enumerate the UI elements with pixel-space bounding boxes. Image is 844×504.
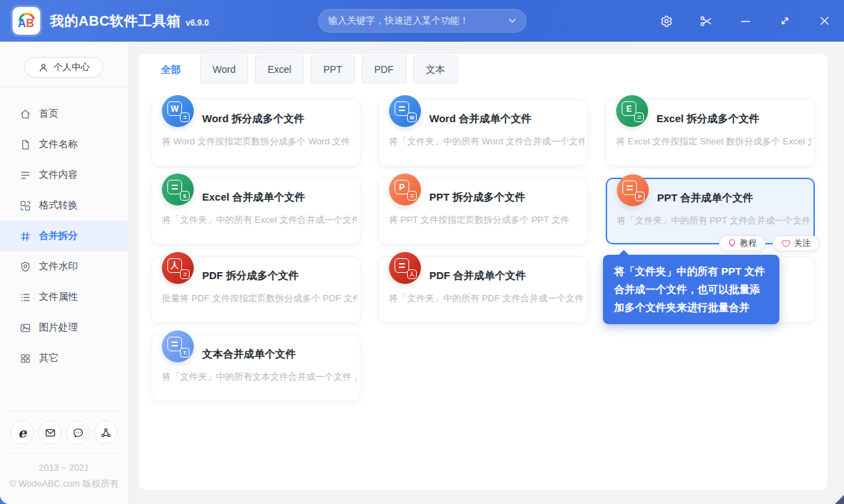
svg-text:A: A [18,17,26,29]
tool-card-title: PPT 合并成单个文件 [657,192,753,205]
heart-icon [781,240,791,248]
tab-pdf[interactable]: PDF [362,56,406,83]
tool-card-pdf-merge[interactable]: 人 PDF 合并成单个文件 将「文件夹」中的所有 PDF 文件合并成一个文件，也 [379,256,588,323]
tab-ppt[interactable]: PPT [311,56,354,83]
tool-card-ppt-split[interactable]: P PPT 拆分成多个文件 将 PPT 文件按指定页数拆分成多个 PPT 文件 [379,178,588,244]
category-tabs: 全部 Word Excel PPT PDF 文本 [139,54,827,83]
tab-word[interactable]: Word [200,56,248,83]
sidebar-item-label: 文件名称 [39,138,78,151]
tool-card-title: Word 拆分成多个文件 [202,112,304,126]
sidebar-item-label: 图片处理 [39,321,78,334]
tool-card-desc: 将 Word 文件按指定页数拆分成多个 Word 文件 [162,135,357,148]
main-area: 全部 Word Excel PPT PDF 文本 W Word 拆分成多个文件 [129,42,844,504]
search-input[interactable]: 输入关键字，快速进入某个功能！ [318,9,527,33]
title-bar: A B 我的ABC软件工具箱 v6.9.0 输入关键字，快速进入某个功能！ [0,0,844,42]
scissors-icon[interactable] [699,14,713,28]
tutorial-label: 教程 [740,237,756,249]
divider [8,411,119,412]
community-links: e [0,421,128,444]
profile-button[interactable]: 个人中心 [24,57,104,78]
word-merge-icon: W [389,95,421,127]
tool-card-excel-split[interactable]: E Excel 拆分成多个文件 将 Excel 文件按指定 Sheet 数拆分成… [606,99,815,166]
home-icon [19,108,31,120]
tool-card-desc: 将 Excel 文件按指定 Sheet 数拆分成多个 Excel 文件 [616,135,811,148]
tool-card-desc: 批量将 PDF 文件按指定页数拆分成多个 PDF 文件 [162,292,357,305]
share-icon[interactable] [94,421,117,444]
follow-label: 关注 [794,237,811,249]
divider [8,453,119,454]
tab-text[interactable]: 文本 [413,56,458,83]
tool-card-title: PDF 拆分成多个文件 [202,269,299,283]
chat-icon[interactable] [66,421,90,444]
person-icon [38,62,49,73]
sidebar-item-file-properties[interactable]: 文件属性 [0,282,128,312]
app-window: A B 我的ABC软件工具箱 v6.9.0 输入关键字，快速进入某个功能！ [0,0,844,504]
app-title: 我的ABC软件工具箱 [50,12,181,31]
profile-label: 个人中心 [53,61,90,74]
window-controls [659,0,837,42]
minimize-icon[interactable] [738,14,752,28]
tool-card-title: Word 合并成单个文件 [429,112,531,126]
tool-card-title: Excel 拆分成多个文件 [656,112,759,126]
word-split-icon: W [162,95,194,127]
excel-merge-icon: E [162,174,194,205]
tool-card-title: Excel 合并成单个文件 [202,191,305,204]
tool-card-title: 文本合并成单个文件 [202,348,296,361]
tool-card-desc: 将「文件夹」中的所有文本文件合并成一个文件，也 [162,371,357,383]
image-process-icon [19,322,31,334]
sidebar-item-label: 合并拆分 [39,230,78,242]
tool-card-desc: 将「文件夹」中的所有 PPT 文件合并成一个文件，也 [617,215,811,227]
search-placeholder: 输入关键字，快速进入某个功能！ [329,15,508,27]
resize-grip[interactable] [835,495,844,504]
sidebar-item-label: 文件内容 [39,169,78,181]
svg-text:B: B [26,17,35,29]
sidebar-nav: 首页 文件名称 文件内容 格式转换 合并拆分 [0,87,128,373]
sidebar-item-file-name[interactable]: 文件名称 [0,129,128,160]
tab-all[interactable]: 全部 [149,56,193,83]
sidebar-item-merge-split[interactable]: 合并拆分 [0,221,128,251]
sidebar-item-watermark[interactable]: 文件水印 [0,251,128,282]
gear-icon[interactable] [659,14,673,28]
file-properties-icon [19,292,31,303]
tool-card-title: PPT 拆分成多个文件 [429,191,525,204]
sidebar-footer: e 2013 ~ 2021 © WodeABC.com 版权所有 [0,411,128,490]
sidebar: 个人中心 首页 文件名称 文件内容 格式转换 [0,42,129,504]
tab-excel[interactable]: Excel [255,56,304,83]
tool-card-desc: 将 PPT 文件按指定页数拆分成多个 PPT 文件 [389,214,584,226]
excel-split-icon: E [616,95,648,127]
sidebar-item-label: 文件水印 [39,260,78,273]
sidebar-item-label: 格式转换 [39,199,78,212]
lightbulb-icon [728,239,736,248]
tooltip-text: 将「文件夹」中的所有 PPT 文件合并成一个文件，也可以批量添加多个文件夹来进行… [614,265,766,313]
sidebar-item-format-convert[interactable]: 格式转换 [0,190,128,221]
tool-card-excel-merge[interactable]: E Excel 合并成单个文件 将「文件夹」中的所有 Excel 文件合并成一个… [151,178,361,244]
sidebar-item-other[interactable]: 其它 [0,343,128,373]
tool-card-pdf-split[interactable]: 人 PDF 拆分成多个文件 批量将 PDF 文件按指定页数拆分成多个 PDF 文… [151,256,361,323]
tool-card-word-merge[interactable]: W Word 合并成单个文件 将「文件夹」中的所有 Word 文件合并成一个文件… [379,99,588,166]
tool-card-desc: 将「文件夹」中的所有 Word 文件合并成一个文件， [389,135,584,148]
tool-card-word-split[interactable]: W Word 拆分成多个文件 将 Word 文件按指定页数拆分成多个 Word … [151,99,361,166]
resize-icon[interactable] [778,14,792,28]
mail-icon[interactable] [38,421,62,444]
follow-button[interactable]: 关注 [772,235,820,251]
copyright-years: 2013 ~ 2021 [0,462,128,473]
tool-card-title: PDF 合并成单个文件 [429,269,526,283]
text-merge-icon: T [162,330,194,362]
close-icon[interactable] [818,14,831,28]
sidebar-item-image-process[interactable]: 图片处理 [0,312,128,343]
app-version: v6.9.0 [185,18,208,28]
sidebar-item-label: 首页 [39,108,58,120]
chevron-down-icon [508,18,516,24]
tool-grid: W Word 拆分成多个文件 将 Word 文件按指定页数拆分成多个 Word … [139,83,827,401]
tool-card-text-merge[interactable]: T 文本合并成单个文件 将「文件夹」中的所有文本文件合并成一个文件，也 [151,335,361,401]
file-content-icon [19,169,31,181]
tool-card-ppt-merge[interactable]: P PPT 合并成单个文件 将「文件夹」中的所有 PPT 文件合并成一个文件，也… [606,178,815,244]
ppt-split-icon: P [389,174,421,205]
sidebar-item-home[interactable]: 首页 [0,99,128,129]
browser-icon[interactable]: e [10,421,34,444]
watermark-icon [19,261,31,273]
tooltip: 将「文件夹」中的所有 PPT 文件合并成一个文件，也可以批量添加多个文件夹来进行… [603,255,779,324]
sidebar-item-file-content[interactable]: 文件内容 [0,160,128,190]
app-logo: A B [13,7,40,35]
tutorial-button[interactable]: 教程 [719,235,766,251]
